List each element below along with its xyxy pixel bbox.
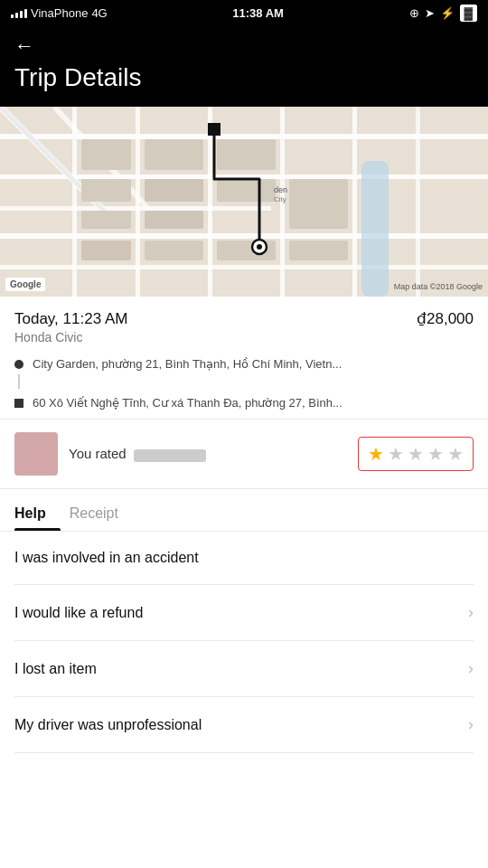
svg-text:den: den <box>274 185 287 194</box>
star-3[interactable]: ★ <box>408 443 424 465</box>
star-1[interactable]: ★ <box>368 443 384 465</box>
network-label: 4G <box>91 6 107 20</box>
bluetooth-icon: ⚡ <box>440 6 455 20</box>
pickup-stop: City Garden, phường 21, Bình Thạnh, Hồ C… <box>14 357 474 371</box>
map-data-badge: Map data ©2018 Google <box>394 282 483 291</box>
help-item-lost[interactable]: I lost an item › <box>14 641 474 697</box>
trip-vehicle: Honda Civic <box>14 330 474 344</box>
location-icon: ⊕ <box>409 6 419 20</box>
back-button[interactable]: ← <box>14 34 34 58</box>
svg-rect-21 <box>217 179 276 202</box>
trip-info: Today, 11:23 AM ₫28,000 Honda Civic City… <box>0 297 488 420</box>
help-item-refund-label: I would like a refund <box>14 605 143 621</box>
pickup-address: City Garden, phường 21, Bình Thạnh, Hồ C… <box>33 357 342 371</box>
star-4[interactable]: ★ <box>427 443 444 465</box>
chevron-right-icon: › <box>468 603 474 622</box>
app-header: ← Trip Details <box>0 25 488 107</box>
tab-help[interactable]: Help <box>14 493 61 531</box>
svg-rect-11 <box>416 107 420 297</box>
svg-rect-17 <box>145 139 203 170</box>
status-time: 11:38 AM <box>232 6 284 20</box>
svg-rect-16 <box>81 139 131 170</box>
trip-map: den City Google Map data ©2018 Google <box>0 107 488 297</box>
rating-text: You rated <box>69 446 347 461</box>
help-item-unprofessional[interactable]: My driver was unprofessional › <box>14 697 474 753</box>
status-left: VinaPhone 4G <box>11 6 108 20</box>
svg-rect-18 <box>217 139 276 170</box>
svg-rect-15 <box>361 161 389 297</box>
stars-box[interactable]: ★ ★ ★ ★ ★ <box>358 437 474 471</box>
svg-text:City: City <box>274 195 286 203</box>
route-stops: City Garden, phường 21, Bình Thạnh, Hồ C… <box>14 357 474 410</box>
navigation-icon: ➤ <box>425 6 435 20</box>
dropoff-icon <box>14 399 23 408</box>
star-5[interactable]: ★ <box>447 443 464 465</box>
svg-rect-6 <box>72 107 77 297</box>
svg-rect-22 <box>289 179 348 229</box>
help-list: I was involved in an accident I would li… <box>0 532 488 753</box>
svg-point-31 <box>257 244 262 250</box>
svg-rect-19 <box>81 179 131 202</box>
help-item-accident-label: I was involved in an accident <box>14 550 199 566</box>
tab-receipt[interactable]: Receipt <box>70 493 133 531</box>
tabs: Help Receipt <box>0 493 488 532</box>
help-item-refund[interactable]: I would like a refund › <box>14 585 474 641</box>
svg-rect-10 <box>352 107 357 297</box>
driver-name-blur <box>134 449 206 462</box>
svg-rect-27 <box>289 241 348 260</box>
trip-fare: ₫28,000 <box>417 309 474 328</box>
pickup-icon <box>14 360 23 369</box>
battery-icon: ▓ <box>460 5 477 22</box>
rating-row: You rated ★ ★ ★ ★ ★ <box>0 420 488 489</box>
dropoff-address: 60 Xô Viết Nghệ Tĩnh, Cư xá Thanh Đa, ph… <box>33 396 343 410</box>
svg-rect-24 <box>81 211 131 229</box>
svg-rect-25 <box>145 241 203 260</box>
status-icons: ⊕ ➤ ⚡ ▓ <box>409 5 477 22</box>
help-item-lost-label: I lost an item <box>14 661 97 677</box>
svg-rect-20 <box>145 179 203 202</box>
google-badge: Google <box>5 278 45 291</box>
star-2[interactable]: ★ <box>388 443 404 465</box>
signal-icon <box>11 7 27 18</box>
help-item-accident[interactable]: I was involved in an accident <box>14 532 474 585</box>
trip-date: Today, 11:23 AM <box>14 310 127 328</box>
svg-rect-28 <box>81 241 131 260</box>
help-item-unprofessional-label: My driver was unprofessional <box>14 717 202 733</box>
status-bar: VinaPhone 4G 11:38 AM ⊕ ➤ ⚡ ▓ <box>0 0 488 25</box>
chevron-right-icon: › <box>468 659 474 678</box>
svg-rect-23 <box>145 211 203 229</box>
driver-avatar <box>14 432 58 476</box>
page-title: Trip Details <box>14 63 474 92</box>
chevron-right-icon: › <box>468 715 474 734</box>
carrier-label: VinaPhone <box>31 6 88 20</box>
dropoff-stop: 60 Xô Viết Nghệ Tĩnh, Cư xá Thanh Đa, ph… <box>14 396 474 410</box>
svg-rect-29 <box>208 123 221 136</box>
